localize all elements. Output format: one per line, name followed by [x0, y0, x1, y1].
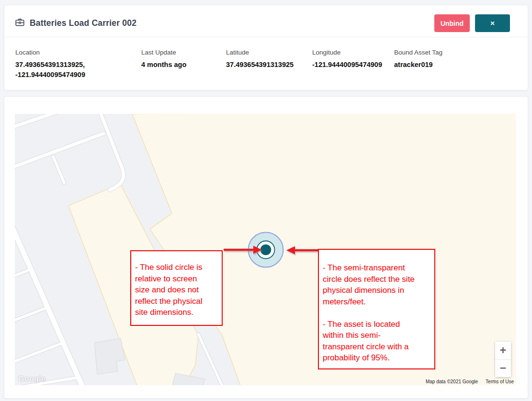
- field-value: -121.94440095474909: [312, 60, 394, 70]
- note-transparent-circle: - The semi-transparent circle does refle…: [318, 249, 435, 369]
- field-label: Bound Asset Tag: [394, 49, 442, 56]
- map-card: - The solid circle is relative to screen…: [4, 96, 528, 399]
- field-last-update: Last Update 4 months ago: [141, 49, 226, 80]
- field-location: Location 37.493654391313925, -121.944400…: [15, 49, 141, 80]
- field-longitude: Longitude -121.94440095474909: [312, 49, 394, 80]
- field-value: atracker019: [394, 60, 442, 70]
- close-button[interactable]: ✕: [475, 14, 510, 32]
- field-label: Location: [15, 49, 141, 56]
- toolbox-icon: [15, 18, 24, 28]
- field-latitude: Latitude 37.493654391313925: [226, 49, 312, 80]
- asset-detail-card: Batteries Load Carrier 002 Unbind ✕ Loca…: [4, 5, 528, 90]
- map-zoom-control: + −: [495, 342, 511, 377]
- title-bar: Batteries Load Carrier 002 Unbind ✕: [4, 5, 528, 37]
- terms-of-use-link[interactable]: Terms of Use: [486, 379, 514, 384]
- page-title: Batteries Load Carrier 002: [30, 18, 136, 28]
- page: { "header": { "title": "Batteries Load C…: [0, 0, 532, 401]
- map-graphic: [15, 114, 516, 385]
- field-value: 37.493654391313925: [226, 60, 312, 70]
- unbind-button[interactable]: Unbind: [434, 14, 470, 32]
- map-attribution: Map data ©2021 Google Terms of Use: [426, 379, 514, 384]
- header-actions: Unbind ✕: [434, 14, 517, 32]
- field-label: Latitude: [226, 49, 312, 56]
- note-solid-circle: - The solid circle is relative to screen…: [130, 250, 223, 326]
- map-canvas[interactable]: - The solid circle is relative to screen…: [15, 114, 516, 385]
- field-label: Longitude: [312, 49, 394, 56]
- zoom-in-button[interactable]: +: [495, 342, 511, 359]
- marker-core: [260, 245, 272, 256]
- zoom-out-button[interactable]: −: [495, 359, 511, 378]
- asset-info-row: Location 37.493654391313925, -121.944400…: [15, 49, 442, 80]
- field-bound-asset-tag: Bound Asset Tag atracker019: [394, 49, 442, 80]
- map-data-credit: Map data ©2021 Google: [426, 379, 478, 384]
- google-logo[interactable]: Google: [18, 375, 46, 383]
- field-value: 37.493654391313925, -121.94440095474909: [15, 60, 141, 80]
- field-label: Last Update: [141, 49, 226, 56]
- field-value: 4 months ago: [141, 60, 226, 70]
